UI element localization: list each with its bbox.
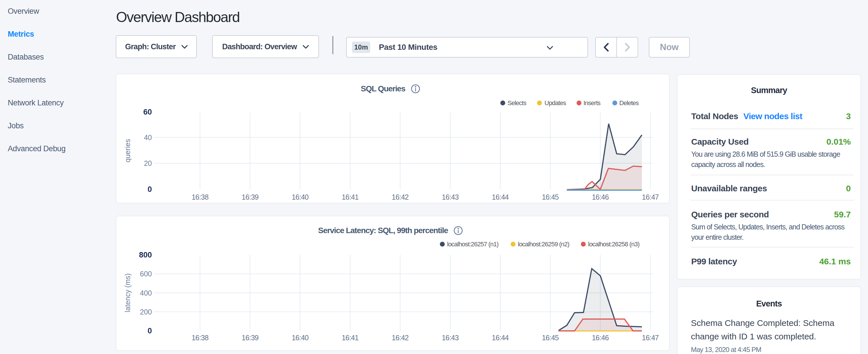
svg-text:16:38: 16:38 [192, 334, 209, 342]
svg-text:600: 600 [140, 270, 152, 278]
svg-text:200: 200 [140, 308, 152, 316]
svg-text:16:45: 16:45 [542, 334, 559, 342]
svg-text:16:45: 16:45 [542, 193, 559, 201]
svg-text:16:47: 16:47 [642, 193, 659, 201]
svg-text:16:40: 16:40 [292, 334, 309, 342]
svg-text:16:41: 16:41 [342, 334, 359, 342]
svg-text:400: 400 [140, 289, 152, 297]
svg-text:16:39: 16:39 [242, 193, 258, 201]
svg-text:16:43: 16:43 [442, 193, 459, 201]
svg-text:40: 40 [144, 133, 152, 141]
svg-text:60: 60 [143, 108, 152, 116]
svg-text:queries: queries [124, 139, 131, 162]
svg-text:16:44: 16:44 [492, 334, 509, 342]
svg-text:0: 0 [148, 326, 152, 335]
svg-text:16:43: 16:43 [442, 334, 459, 342]
svg-text:16:46: 16:46 [592, 334, 609, 342]
svg-text:16:47: 16:47 [642, 334, 659, 342]
svg-text:latency (ms): latency (ms) [124, 273, 131, 312]
svg-text:16:44: 16:44 [492, 193, 509, 201]
svg-text:16:41: 16:41 [342, 193, 359, 201]
svg-text:800: 800 [139, 251, 152, 259]
svg-text:16:39: 16:39 [242, 334, 258, 342]
svg-text:20: 20 [144, 159, 152, 167]
svg-text:16:42: 16:42 [392, 193, 409, 201]
svg-text:16:42: 16:42 [392, 334, 409, 342]
svg-text:16:40: 16:40 [292, 193, 309, 201]
svg-text:16:38: 16:38 [192, 193, 209, 201]
svg-text:16:46: 16:46 [592, 193, 609, 201]
svg-text:0: 0 [148, 185, 152, 194]
